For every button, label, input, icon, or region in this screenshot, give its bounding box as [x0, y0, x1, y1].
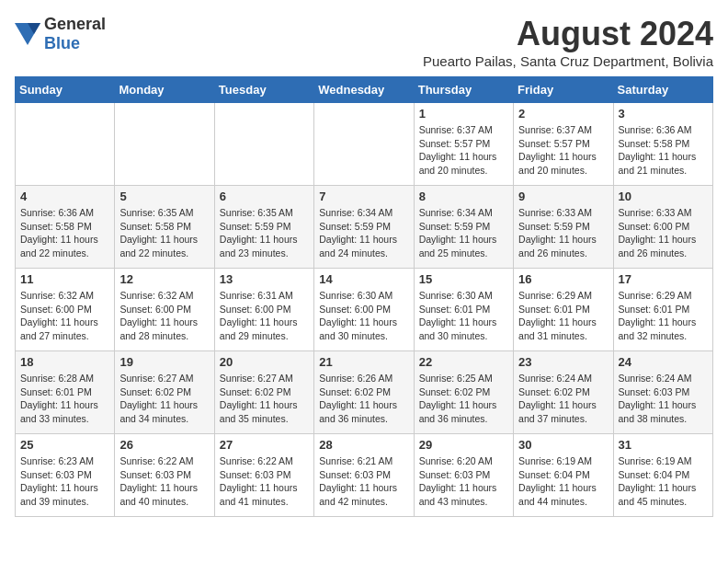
day-number: 4 — [20, 190, 109, 203]
header-monday: Monday — [115, 77, 214, 103]
day-info: Sunrise: 6:19 AMSunset: 6:04 PMDaylight:… — [518, 454, 608, 509]
day-number: 1 — [419, 107, 508, 121]
day-info: Sunrise: 6:34 AMSunset: 5:59 PMDaylight:… — [419, 206, 508, 260]
day-number: 20 — [220, 355, 309, 369]
calendar-table: SundayMondayTuesdayWednesdayThursdayFrid… — [15, 76, 713, 517]
header-sunday: Sunday — [16, 77, 115, 103]
day-info: Sunrise: 6:32 AMSunset: 6:00 PMDaylight:… — [119, 289, 209, 343]
day-number: 23 — [518, 355, 608, 369]
header-friday: Friday — [514, 77, 613, 103]
day-number: 7 — [319, 190, 408, 203]
calendar-cell: 12Sunrise: 6:32 AMSunset: 6:00 PMDayligh… — [115, 269, 214, 351]
calendar-cell: 19Sunrise: 6:27 AMSunset: 6:02 PMDayligh… — [115, 351, 214, 434]
day-number: 29 — [419, 438, 508, 452]
logo-blue: Blue — [44, 34, 80, 52]
day-number: 25 — [20, 438, 109, 452]
calendar-cell: 27Sunrise: 6:22 AMSunset: 6:03 PMDayligh… — [214, 434, 313, 517]
calendar-cell: 4Sunrise: 6:36 AMSunset: 5:58 PMDaylight… — [16, 186, 115, 269]
calendar-cell: 6Sunrise: 6:35 AMSunset: 5:59 PMDaylight… — [214, 186, 313, 269]
day-number: 30 — [518, 438, 608, 452]
logo: General Blue — [15, 15, 106, 53]
calendar-cell: 14Sunrise: 6:30 AMSunset: 6:00 PMDayligh… — [314, 269, 414, 351]
calendar-cell — [115, 103, 214, 186]
day-number: 8 — [419, 190, 508, 203]
calendar-cell: 10Sunrise: 6:33 AMSunset: 6:00 PMDayligh… — [613, 186, 712, 269]
calendar-cell: 1Sunrise: 6:37 AMSunset: 5:57 PMDaylight… — [414, 103, 513, 186]
calendar-cell: 16Sunrise: 6:29 AMSunset: 6:01 PMDayligh… — [514, 269, 613, 351]
day-info: Sunrise: 6:22 AMSunset: 6:03 PMDaylight:… — [119, 454, 209, 509]
day-info: Sunrise: 6:29 AMSunset: 6:01 PMDaylight:… — [619, 289, 708, 343]
calendar-cell: 18Sunrise: 6:28 AMSunset: 6:01 PMDayligh… — [16, 351, 115, 434]
header: General Blue August 2024 Puearto Pailas,… — [15, 15, 713, 69]
day-number: 31 — [619, 438, 708, 452]
day-number: 3 — [619, 107, 708, 121]
calendar-cell — [214, 103, 313, 186]
day-number: 15 — [419, 272, 508, 286]
day-number: 22 — [419, 355, 508, 369]
calendar-cell: 2Sunrise: 6:37 AMSunset: 5:57 PMDaylight… — [514, 103, 613, 186]
calendar-header-row: SundayMondayTuesdayWednesdayThursdayFrid… — [16, 77, 713, 103]
day-info: Sunrise: 6:19 AMSunset: 6:04 PMDaylight:… — [619, 454, 708, 509]
week-row-5: 25Sunrise: 6:23 AMSunset: 6:03 PMDayligh… — [16, 434, 713, 517]
calendar-cell — [16, 103, 115, 186]
day-info: Sunrise: 6:36 AMSunset: 5:58 PMDaylight:… — [20, 206, 109, 260]
calendar-cell: 11Sunrise: 6:32 AMSunset: 6:00 PMDayligh… — [16, 269, 115, 351]
day-number: 13 — [220, 272, 309, 286]
calendar-cell: 28Sunrise: 6:21 AMSunset: 6:03 PMDayligh… — [314, 434, 414, 517]
day-number: 19 — [119, 355, 209, 369]
calendar-cell: 21Sunrise: 6:26 AMSunset: 6:02 PMDayligh… — [314, 351, 414, 434]
week-row-3: 11Sunrise: 6:32 AMSunset: 6:00 PMDayligh… — [16, 269, 713, 351]
week-row-2: 4Sunrise: 6:36 AMSunset: 5:58 PMDaylight… — [16, 186, 713, 269]
header-wednesday: Wednesday — [314, 77, 414, 103]
day-info: Sunrise: 6:29 AMSunset: 6:01 PMDaylight:… — [518, 289, 608, 343]
day-info: Sunrise: 6:25 AMSunset: 6:02 PMDaylight:… — [419, 372, 508, 426]
day-info: Sunrise: 6:34 AMSunset: 5:59 PMDaylight:… — [319, 206, 408, 260]
day-number: 17 — [619, 272, 708, 286]
day-number: 6 — [220, 190, 309, 203]
day-info: Sunrise: 6:21 AMSunset: 6:03 PMDaylight:… — [319, 454, 408, 509]
day-number: 12 — [119, 272, 209, 286]
calendar-cell: 29Sunrise: 6:20 AMSunset: 6:03 PMDayligh… — [414, 434, 513, 517]
subtitle: Puearto Pailas, Santa Cruz Department, B… — [423, 53, 713, 69]
calendar-cell: 30Sunrise: 6:19 AMSunset: 6:04 PMDayligh… — [514, 434, 613, 517]
day-info: Sunrise: 6:22 AMSunset: 6:03 PMDaylight:… — [220, 454, 309, 509]
day-info: Sunrise: 6:30 AMSunset: 6:01 PMDaylight:… — [419, 289, 508, 343]
day-number: 16 — [518, 272, 608, 286]
calendar-cell: 13Sunrise: 6:31 AMSunset: 6:00 PMDayligh… — [214, 269, 313, 351]
day-info: Sunrise: 6:37 AMSunset: 5:57 PMDaylight:… — [419, 123, 508, 178]
day-number: 2 — [518, 107, 608, 121]
day-number: 21 — [319, 355, 408, 369]
day-info: Sunrise: 6:36 AMSunset: 5:58 PMDaylight:… — [619, 123, 708, 178]
day-info: Sunrise: 6:27 AMSunset: 6:02 PMDaylight:… — [119, 372, 209, 426]
calendar-cell: 8Sunrise: 6:34 AMSunset: 5:59 PMDaylight… — [414, 186, 513, 269]
calendar-cell: 7Sunrise: 6:34 AMSunset: 5:59 PMDaylight… — [314, 186, 414, 269]
day-info: Sunrise: 6:30 AMSunset: 6:00 PMDaylight:… — [319, 289, 408, 343]
day-info: Sunrise: 6:37 AMSunset: 5:57 PMDaylight:… — [518, 123, 608, 178]
day-number: 14 — [319, 272, 408, 286]
day-number: 5 — [119, 190, 209, 203]
day-info: Sunrise: 6:35 AMSunset: 5:58 PMDaylight:… — [119, 206, 209, 260]
day-number: 28 — [319, 438, 408, 452]
calendar-cell: 15Sunrise: 6:30 AMSunset: 6:01 PMDayligh… — [414, 269, 513, 351]
calendar-cell: 31Sunrise: 6:19 AMSunset: 6:04 PMDayligh… — [613, 434, 712, 517]
header-saturday: Saturday — [613, 77, 712, 103]
day-info: Sunrise: 6:23 AMSunset: 6:03 PMDaylight:… — [20, 454, 109, 509]
day-info: Sunrise: 6:24 AMSunset: 6:02 PMDaylight:… — [518, 372, 608, 426]
day-number: 10 — [619, 190, 708, 203]
week-row-4: 18Sunrise: 6:28 AMSunset: 6:01 PMDayligh… — [16, 351, 713, 434]
title-area: August 2024 Puearto Pailas, Santa Cruz D… — [423, 15, 713, 69]
day-number: 24 — [619, 355, 708, 369]
calendar-cell: 23Sunrise: 6:24 AMSunset: 6:02 PMDayligh… — [514, 351, 613, 434]
calendar-cell: 5Sunrise: 6:35 AMSunset: 5:58 PMDaylight… — [115, 186, 214, 269]
day-number: 18 — [20, 355, 109, 369]
day-number: 11 — [20, 272, 109, 286]
day-info: Sunrise: 6:26 AMSunset: 6:02 PMDaylight:… — [319, 372, 408, 426]
day-number: 27 — [220, 438, 309, 452]
calendar-cell: 26Sunrise: 6:22 AMSunset: 6:03 PMDayligh… — [115, 434, 214, 517]
main-title: August 2024 — [423, 15, 713, 53]
header-thursday: Thursday — [414, 77, 513, 103]
day-info: Sunrise: 6:33 AMSunset: 6:00 PMDaylight:… — [619, 206, 708, 260]
day-info: Sunrise: 6:35 AMSunset: 5:59 PMDaylight:… — [220, 206, 309, 260]
day-info: Sunrise: 6:31 AMSunset: 6:00 PMDaylight:… — [220, 289, 309, 343]
day-info: Sunrise: 6:32 AMSunset: 6:00 PMDaylight:… — [20, 289, 109, 343]
